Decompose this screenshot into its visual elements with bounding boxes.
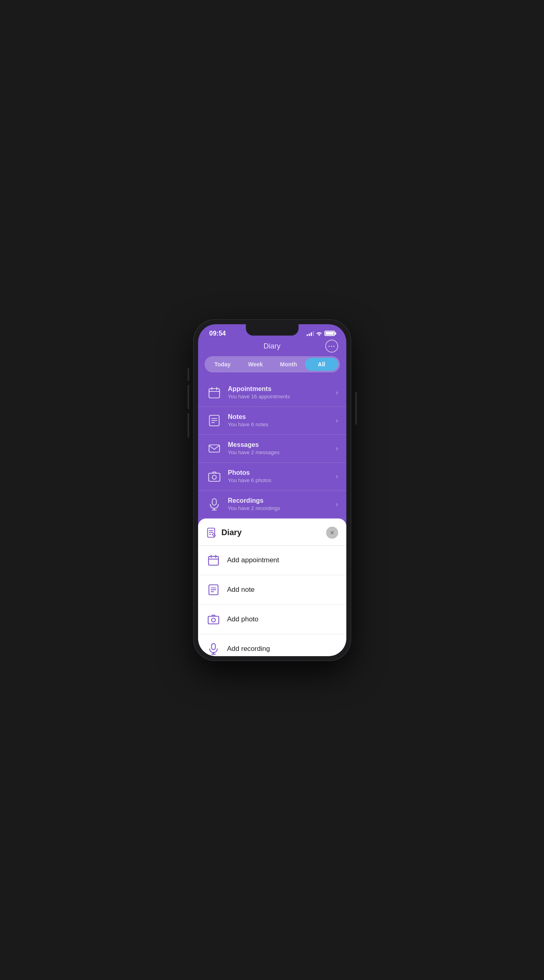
- appointments-arrow: ›: [336, 389, 338, 396]
- recordings-text: Recordings You have 2 recordings: [228, 497, 336, 511]
- sheet-list: Add appointment Add note: [198, 546, 346, 656]
- tab-bar: Today Week Month All: [205, 356, 340, 372]
- main-content: Appointments You have 16 appointments ›: [198, 379, 346, 656]
- tab-today[interactable]: Today: [206, 358, 239, 371]
- page-header: Diary: [198, 339, 346, 356]
- appointments-text: Appointments You have 16 appointments: [228, 385, 336, 400]
- calendar-icon: [206, 385, 222, 401]
- menu-list: Appointments You have 16 appointments ›: [198, 379, 346, 519]
- recordings-item[interactable]: Recordings You have 2 recordings ›: [198, 491, 346, 519]
- status-icons: [307, 331, 335, 336]
- add-appointment-label: Add appointment: [227, 556, 279, 564]
- messages-text: Messages You have 2 messages: [228, 441, 336, 455]
- tab-month[interactable]: Month: [272, 358, 305, 371]
- add-recording-item[interactable]: Add recording: [198, 634, 346, 656]
- messages-arrow: ›: [336, 445, 338, 452]
- add-recording-microphone-icon: [206, 642, 221, 656]
- messages-subtitle: You have 2 messages: [228, 449, 336, 455]
- add-recording-label: Add recording: [227, 645, 270, 653]
- notes-subtitle: You have 6 notes: [228, 421, 336, 427]
- page-title: Diary: [263, 342, 280, 351]
- svg-rect-26: [208, 616, 218, 624]
- menu-button[interactable]: [325, 340, 338, 353]
- tab-week[interactable]: Week: [239, 358, 272, 371]
- add-appointment-item[interactable]: Add appointment: [198, 546, 346, 575]
- volume-down-button: [188, 413, 189, 438]
- svg-rect-18: [208, 556, 218, 565]
- notes-title: Notes: [228, 413, 336, 421]
- photos-item[interactable]: Photos You have 6 photos ›: [198, 463, 346, 491]
- wifi-icon: [316, 331, 322, 336]
- svg-rect-11: [212, 499, 216, 505]
- appointments-title: Appointments: [228, 385, 336, 393]
- add-appointment-calendar-icon: [206, 553, 221, 568]
- messages-title: Messages: [228, 441, 336, 449]
- appointments-item[interactable]: Appointments You have 16 appointments ›: [198, 379, 346, 407]
- svg-point-10: [212, 475, 216, 479]
- add-note-icon: [206, 582, 221, 597]
- camera-icon: [206, 468, 222, 485]
- ellipsis-icon: [329, 346, 335, 347]
- messages-item[interactable]: Messages You have 2 messages ›: [198, 435, 346, 463]
- tab-all[interactable]: All: [305, 358, 338, 371]
- add-note-item[interactable]: Add note: [198, 575, 346, 605]
- microphone-icon: [206, 496, 222, 512]
- notch: [246, 324, 299, 336]
- status-time: 09:54: [209, 330, 226, 337]
- notes-icon: [206, 412, 222, 429]
- phone-frame: 09:54 Diary: [193, 319, 351, 661]
- photos-title: Photos: [228, 469, 336, 476]
- svg-rect-9: [209, 473, 220, 481]
- battery-icon: [324, 331, 335, 336]
- photos-arrow: ›: [336, 473, 338, 480]
- sheet-title: Diary: [222, 528, 242, 537]
- power-button: [355, 392, 357, 425]
- sheet-title-area: Diary: [206, 527, 242, 538]
- add-photo-camera-icon: [206, 612, 221, 627]
- notes-arrow: ›: [336, 417, 338, 424]
- photos-subtitle: You have 6 photos: [228, 477, 336, 483]
- svg-rect-0: [209, 389, 220, 398]
- sheet-header: Diary ✕: [198, 519, 346, 546]
- envelope-icon: [206, 440, 222, 457]
- recordings-subtitle: You have 2 recordings: [228, 505, 336, 511]
- signal-icon: [307, 331, 314, 336]
- close-button[interactable]: ✕: [326, 527, 338, 539]
- diary-icon: [206, 527, 218, 538]
- svg-rect-28: [211, 643, 215, 649]
- bottom-sheet: Diary ✕: [198, 519, 346, 656]
- photos-text: Photos You have 6 photos: [228, 469, 336, 483]
- volume-mute-button: [188, 368, 189, 381]
- phone-screen: 09:54 Diary: [198, 324, 346, 656]
- notes-text: Notes You have 6 notes: [228, 413, 336, 427]
- add-photo-item[interactable]: Add photo: [198, 605, 346, 634]
- volume-up-button: [188, 385, 189, 409]
- svg-point-27: [211, 618, 215, 622]
- add-photo-label: Add photo: [227, 615, 259, 623]
- recordings-arrow: ›: [336, 501, 338, 508]
- recordings-title: Recordings: [228, 497, 336, 504]
- appointments-subtitle: You have 16 appointments: [228, 393, 336, 400]
- add-note-label: Add note: [227, 586, 255, 594]
- notes-item[interactable]: Notes You have 6 notes ›: [198, 407, 346, 435]
